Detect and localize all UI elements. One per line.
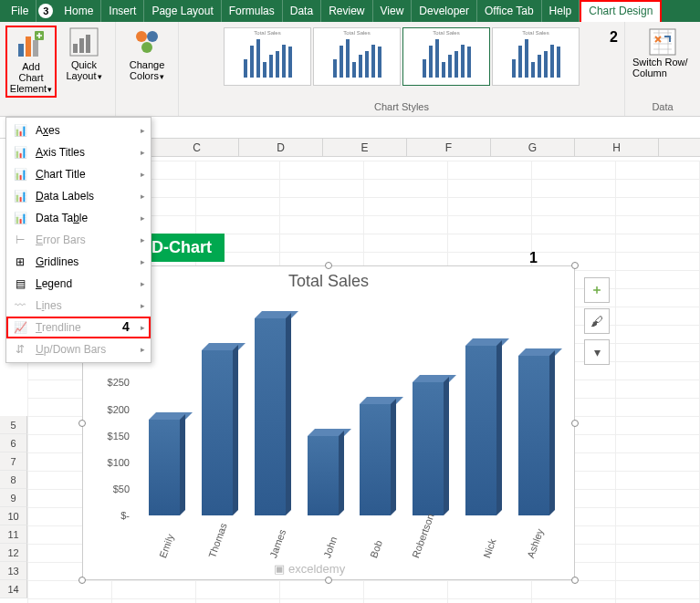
tab-review[interactable]: Review [321, 0, 372, 22]
callout-3: 3 [38, 4, 53, 18]
resize-handle[interactable] [571, 262, 579, 269]
tab-office-tab[interactable]: Office Tab [477, 0, 542, 22]
trendline-icon: 📈 [12, 321, 28, 334]
resize-handle[interactable] [571, 420, 579, 427]
col-D[interactable]: D [239, 139, 323, 156]
add-chart-element-button[interactable]: Add Chart Element [5, 26, 57, 98]
bar-thomas[interactable] [202, 350, 233, 515]
axis-titles-icon: 📊 [12, 146, 28, 159]
tab-data[interactable]: Data [283, 0, 321, 22]
watermark-icon: ▣ [274, 562, 285, 576]
col-C[interactable]: C [155, 139, 239, 156]
gridlines-icon: ⊞ [12, 255, 28, 268]
tab-page-layout[interactable]: Page Layout [144, 0, 221, 22]
quick-layout-label: Quick Layout [60, 59, 108, 81]
col-H[interactable]: H [575, 139, 659, 156]
tab-insert[interactable]: Insert [101, 0, 144, 22]
row-10[interactable]: 10 [0, 507, 27, 525]
chart-elements-button[interactable]: ＋ [584, 277, 610, 303]
resize-handle[interactable] [571, 577, 579, 584]
row-11[interactable]: 11 [0, 525, 27, 544]
chart-filters-button[interactable]: ▾ [584, 339, 610, 365]
chart-styles-label: Chart Styles [374, 101, 429, 112]
tab-developer[interactable]: Developer [412, 0, 477, 22]
col-E[interactable]: E [323, 139, 407, 156]
switch-row-column-button[interactable]: Switch Row/ Column [631, 26, 695, 80]
tab-formulas[interactable]: Formulas [222, 0, 283, 22]
dd-chart-title[interactable]: 📊Chart Title▸ [6, 163, 151, 185]
resize-handle[interactable] [325, 262, 332, 269]
change-colors-label: Change Colors [123, 59, 171, 81]
svg-rect-5 [73, 44, 78, 53]
row-13[interactable]: 13 [0, 562, 27, 580]
updown-bars-icon: ⇵ [12, 343, 28, 356]
change-colors-icon [132, 27, 162, 57]
switch-row-column-icon [648, 27, 677, 57]
dd-axis-titles[interactable]: 📊Axis Titles▸ [6, 141, 151, 163]
col-G[interactable]: G [491, 139, 575, 156]
legend-icon: ▤ [12, 277, 28, 290]
tab-view[interactable]: View [373, 0, 413, 22]
callout-1: 1 [529, 250, 538, 266]
style-thumb-1[interactable] [224, 27, 311, 86]
svg-point-9 [147, 31, 158, 42]
row-8[interactable]: 8 [0, 471, 27, 489]
dd-lines: 〰Lines▸ [6, 295, 151, 317]
ribbon-body: Add Chart Element Quick Layout Change Co… [0, 22, 700, 117]
tab-home[interactable]: Home [57, 0, 101, 22]
bar-ashley[interactable] [518, 356, 549, 515]
tab-chart-design[interactable]: Chart Design [580, 0, 662, 22]
bar-robertson[interactable] [413, 382, 444, 515]
add-chart-element-dropdown: 📊Axes▸ 📊Axis Titles▸ 📊Chart Title▸ 📊Data… [5, 117, 151, 363]
dd-gridlines[interactable]: ⊞Gridlines▸ [6, 251, 151, 273]
chart-styles-gallery[interactable] [224, 26, 580, 88]
col-F[interactable]: F [407, 139, 491, 156]
y-tick: $250 [108, 377, 130, 388]
style-thumb-4[interactable] [492, 27, 580, 86]
watermark: ▣ exceldemy [274, 562, 345, 576]
y-tick: $150 [108, 431, 130, 442]
row-14[interactable]: 14 [0, 580, 27, 598]
plot-area[interactable] [138, 303, 560, 515]
group-data: Switch Row/ Column Data [625, 22, 700, 116]
bar-nick[interactable] [465, 346, 496, 515]
style-thumb-3[interactable] [402, 27, 490, 86]
row-5[interactable]: 5 [0, 416, 27, 434]
dd-legend[interactable]: ▤Legend▸ [6, 273, 151, 295]
change-colors-button[interactable]: Change Colors [121, 26, 172, 83]
data-group-label: Data [652, 101, 673, 112]
brush-icon: 🖌 [590, 314, 603, 328]
row-9[interactable]: 9 [0, 489, 27, 507]
dd-data-table[interactable]: 📊Data Table▸ [6, 207, 151, 229]
bar-john[interactable] [308, 436, 339, 515]
callout-2: 2 [610, 29, 618, 46]
add-chart-element-label: Add Chart Element [9, 61, 53, 94]
error-bars-icon: ⊢ [12, 234, 28, 246]
quick-layout-button[interactable]: Quick Layout [58, 26, 110, 98]
ribbon-tabs: File 3 Home Insert Page Layout Formulas … [0, 0, 700, 22]
x-axis: EmilyThomasJamesJohnBobRobertsonNickAshl… [138, 519, 560, 572]
row-7[interactable]: 7 [0, 452, 27, 471]
resize-handle[interactable] [325, 577, 332, 584]
resize-handle[interactable] [78, 577, 86, 584]
chart-title[interactable]: Total Sales [83, 266, 574, 296]
row-6[interactable]: 6 [0, 434, 27, 452]
tab-file[interactable]: File [4, 0, 37, 22]
data-labels-icon: 📊 [12, 190, 28, 203]
svg-rect-2 [33, 40, 38, 57]
group-change-colors: Change Colors [116, 22, 179, 116]
dd-updown-bars: ⇵Up/Down Bars▸ [6, 338, 151, 360]
watermark-text: exceldemy [288, 562, 345, 576]
bar-james[interactable] [255, 318, 286, 515]
embedded-chart[interactable]: Total Sales $-$50$100$150$200$250$300$35… [82, 265, 575, 580]
svg-point-8 [136, 31, 147, 42]
dd-axes[interactable]: 📊Axes▸ [6, 120, 151, 141]
bar-emily[interactable] [149, 420, 180, 515]
row-12[interactable]: 12 [0, 544, 27, 562]
chart-styles-button[interactable]: 🖌 [584, 308, 610, 334]
dd-data-labels[interactable]: 📊Data Labels▸ [6, 185, 151, 207]
bar-bob[interactable] [360, 404, 391, 515]
style-thumb-2[interactable] [313, 27, 401, 86]
tab-help[interactable]: Help [542, 0, 580, 22]
dd-error-bars: ⊢Error Bars▸ [6, 229, 151, 251]
